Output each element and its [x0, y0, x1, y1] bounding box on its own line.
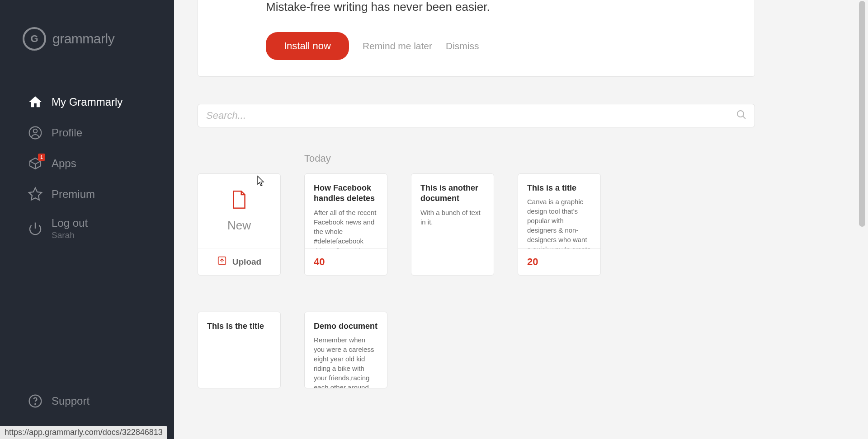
- svg-point-6: [737, 111, 744, 117]
- doc-title: This is a title: [527, 183, 591, 193]
- sidebar: G grammarly My Grammarly Profile 1 Apps: [0, 0, 174, 439]
- upload-icon: [217, 256, 227, 268]
- star-icon: [27, 186, 43, 202]
- doc-preview: After all of the recent Facebook news an…: [314, 208, 378, 248]
- document-card[interactable]: This is a title Canva is a graphic desig…: [518, 173, 601, 276]
- doc-score: 20: [518, 248, 600, 275]
- brand-logo[interactable]: G grammarly: [0, 27, 174, 51]
- upload-button[interactable]: Upload: [198, 248, 280, 275]
- power-icon: [27, 220, 43, 237]
- banner-subtitle: Mistake-free writing has never been easi…: [198, 0, 755, 14]
- sidebar-label-logout: Log out: [52, 217, 88, 229]
- apps-icon: 1: [27, 155, 43, 172]
- sidebar-user-name: Sarah: [52, 230, 88, 240]
- document-card[interactable]: This is another document With a bunch of…: [411, 173, 494, 276]
- main-content: Mistake-free writing has never been easi…: [174, 0, 868, 439]
- home-icon: [27, 94, 43, 110]
- doc-title: How Facebook handles deletes: [314, 183, 378, 204]
- svg-point-1: [33, 129, 38, 133]
- sidebar-item-profile[interactable]: Profile: [0, 117, 174, 148]
- banner-actions: Install now Remind me later Dismiss: [198, 32, 755, 60]
- doc-preview: With a bunch of text in it.: [420, 208, 485, 227]
- install-banner: Mistake-free writing has never been easi…: [198, 0, 755, 77]
- sidebar-label-apps: Apps: [52, 157, 76, 170]
- sidebar-item-logout[interactable]: Log out Sarah: [0, 210, 174, 248]
- sidebar-item-premium[interactable]: Premium: [0, 179, 174, 210]
- svg-point-5: [35, 404, 36, 405]
- section-today-label: Today: [304, 153, 755, 164]
- brand-name: grammarly: [52, 31, 114, 47]
- document-card[interactable]: This is the title: [198, 312, 281, 388]
- remind-later-button[interactable]: Remind me later: [363, 41, 432, 51]
- doc-title: This is the title: [207, 321, 271, 332]
- new-document-card[interactable]: New Upload: [198, 173, 281, 276]
- doc-preview: Remember when you were a careless eight …: [314, 335, 378, 388]
- install-now-button[interactable]: Install now: [266, 32, 349, 60]
- sidebar-item-apps[interactable]: 1 Apps: [0, 148, 174, 179]
- search-wrap: [198, 104, 755, 127]
- status-bar-url: https://app.grammarly.com/docs/322846813: [0, 426, 167, 439]
- sidebar-label-my-grammarly: My Grammarly: [52, 96, 123, 108]
- logo-icon: G: [23, 27, 46, 51]
- upload-label: Upload: [232, 257, 261, 267]
- document-card[interactable]: Demo document Remember when you were a c…: [304, 312, 387, 388]
- sidebar-label-profile: Profile: [52, 126, 82, 139]
- search-input[interactable]: [198, 104, 755, 127]
- new-label: New: [227, 219, 251, 233]
- apps-badge: 1: [38, 154, 45, 161]
- doc-grid-row1: New Upload How Facebook handles deletes …: [198, 173, 755, 276]
- sidebar-item-my-grammarly[interactable]: My Grammarly: [0, 87, 174, 117]
- svg-marker-2: [29, 188, 42, 200]
- sidebar-nav: My Grammarly Profile 1 Apps Premium: [0, 87, 174, 248]
- dismiss-button[interactable]: Dismiss: [446, 41, 479, 51]
- document-card[interactable]: How Facebook handles deletes After all o…: [304, 173, 387, 276]
- doc-score: 40: [305, 248, 387, 275]
- help-icon: [27, 393, 43, 409]
- logo-letter: G: [30, 33, 38, 45]
- doc-title: Demo document: [314, 321, 378, 332]
- new-file-icon: [230, 190, 248, 211]
- sidebar-label-premium: Premium: [52, 188, 95, 201]
- doc-title: This is another document: [420, 183, 485, 204]
- doc-grid-row2: This is the title Demo document Remember…: [198, 312, 755, 388]
- scrollbar[interactable]: [859, 1, 865, 227]
- doc-preview: Canva is a graphic design tool that's po…: [527, 197, 591, 248]
- sidebar-label-support: Support: [52, 395, 90, 407]
- profile-icon: [27, 125, 43, 141]
- svg-line-7: [743, 116, 745, 119]
- sidebar-item-support[interactable]: Support: [0, 386, 174, 416]
- search-icon: [736, 109, 747, 122]
